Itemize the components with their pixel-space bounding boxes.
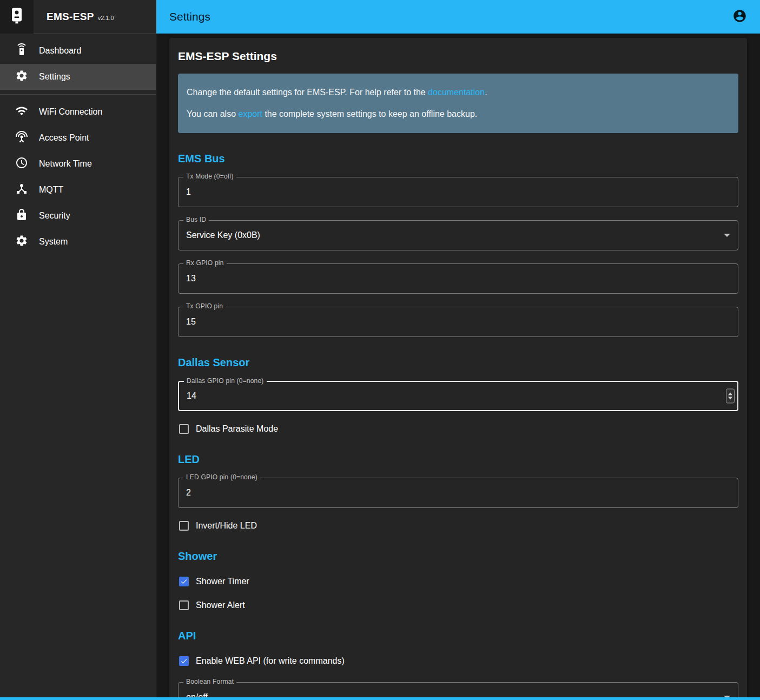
shower-alert-checkbox[interactable] xyxy=(179,600,189,610)
gear-icon xyxy=(15,234,28,249)
shower-timer-checkbox-row[interactable]: Shower Timer xyxy=(179,577,738,586)
sidebar-item-label: WiFi Connection xyxy=(39,107,102,117)
enable-web-api-checkbox-row[interactable]: Enable WEB API (for write commands) xyxy=(179,656,738,666)
sidebar-item-wifi-connection[interactable]: WiFi Connection xyxy=(0,99,156,125)
sidebar-item-label: Access Point xyxy=(39,133,89,143)
sidebar-item-network-time[interactable]: Network Time xyxy=(0,151,156,177)
account-circle-icon xyxy=(732,9,747,25)
app-name: EMS-ESP xyxy=(47,11,94,23)
bus-id-value[interactable]: Service Key (0x0B) xyxy=(179,230,738,240)
section-heading-api: API xyxy=(178,630,738,642)
shower-timer-label: Shower Timer xyxy=(196,577,249,586)
info-line-2: You can also export the complete system … xyxy=(187,108,730,121)
tx-gpio-input[interactable] xyxy=(179,307,738,336)
boolean-format-label: Boolean Format xyxy=(183,678,236,685)
enable-web-api-label: Enable WEB API (for write commands) xyxy=(196,656,345,666)
app-logo xyxy=(0,0,34,34)
rx-gpio-input[interactable] xyxy=(179,264,738,293)
sidebar-item-label: Network Time xyxy=(39,159,92,169)
remote-device-icon xyxy=(15,43,28,58)
sidebar-header: EMS-ESP v2.1.0 xyxy=(0,0,156,34)
lock-icon xyxy=(15,208,28,223)
sidebar-item-label: Security xyxy=(39,211,70,221)
dallas-gpio-field: Dallas GPIO pin (0=none) xyxy=(178,381,738,411)
sidebar-item-mqtt[interactable]: MQTT xyxy=(0,177,156,203)
dallas-gpio-label: Dallas GPIO pin (0=none) xyxy=(184,377,267,385)
tx-gpio-field: Tx GPIO pin xyxy=(178,307,738,337)
tx-mode-input[interactable] xyxy=(179,177,738,207)
sidebar-item-settings[interactable]: Settings xyxy=(0,64,156,90)
sidebar-item-dashboard[interactable]: Dashboard xyxy=(0,38,156,64)
wifi-icon xyxy=(15,104,28,120)
led-gpio-input[interactable] xyxy=(179,478,738,507)
shower-alert-label: Shower Alert xyxy=(196,600,245,610)
sidebar-item-label: Dashboard xyxy=(39,46,81,56)
shower-timer-checkbox[interactable] xyxy=(179,577,189,586)
chevron-down-icon xyxy=(724,234,730,237)
documentation-link[interactable]: documentation xyxy=(428,88,485,97)
main-area: Settings EMS-ESP Settings Change the def… xyxy=(156,0,760,700)
sidebar-divider xyxy=(0,94,156,95)
rx-gpio-label: Rx GPIO pin xyxy=(183,259,227,267)
clock-icon xyxy=(15,156,28,171)
page-title: Settings xyxy=(169,10,210,23)
appbar: Settings xyxy=(156,0,760,34)
info-box: Change the default settings for EMS-ESP.… xyxy=(178,74,738,133)
spinner-up-icon[interactable] xyxy=(728,393,732,395)
dallas-gpio-input[interactable] xyxy=(179,382,737,410)
dallas-parasite-checkbox[interactable] xyxy=(179,424,189,434)
section-heading-led: LED xyxy=(178,453,738,466)
sidebar-item-label: MQTT xyxy=(39,185,63,195)
section-heading-dallas-sensor: Dallas Sensor xyxy=(178,356,738,369)
sidebar-nav: Dashboard Settings WiFi Connection Acc xyxy=(0,34,156,255)
tx-mode-label: Tx Mode (0=off) xyxy=(183,173,236,180)
invert-led-checkbox-row[interactable]: Invert/Hide LED xyxy=(179,521,738,531)
settings-card: EMS-ESP Settings Change the default sett… xyxy=(169,38,747,700)
bottom-accent-strip xyxy=(0,697,760,700)
sidebar: EMS-ESP v2.1.0 Dashboard Settings xyxy=(0,0,156,700)
section-heading-ems-bus: EMS Bus xyxy=(178,153,738,165)
app-version: v2.1.0 xyxy=(98,12,114,21)
enable-web-api-checkbox[interactable] xyxy=(179,656,189,666)
spinner-down-icon[interactable] xyxy=(728,397,732,400)
invert-led-label: Invert/Hide LED xyxy=(196,521,257,531)
tx-mode-field: Tx Mode (0=off) xyxy=(178,177,738,207)
check-icon xyxy=(180,577,188,586)
bus-id-select[interactable]: Bus ID Service Key (0x0B) xyxy=(178,220,738,250)
tx-gpio-label: Tx GPIO pin xyxy=(183,302,226,310)
sidebar-item-label: Settings xyxy=(39,72,70,82)
app-root: EMS-ESP v2.1.0 Dashboard Settings xyxy=(0,0,760,700)
dallas-parasite-label: Dallas Parasite Mode xyxy=(196,424,278,434)
bus-id-label: Bus ID xyxy=(183,216,209,223)
rx-gpio-field: Rx GPIO pin xyxy=(178,263,738,294)
export-link[interactable]: export xyxy=(238,109,262,118)
number-spinner[interactable] xyxy=(726,389,735,404)
led-gpio-label: LED GPIO pin (0=none) xyxy=(183,473,260,481)
check-icon xyxy=(180,657,188,665)
antenna-icon xyxy=(15,130,28,146)
sidebar-item-system[interactable]: System xyxy=(0,229,156,255)
sidebar-item-access-point[interactable]: Access Point xyxy=(0,125,156,151)
dallas-parasite-checkbox-row[interactable]: Dallas Parasite Mode xyxy=(179,424,738,434)
led-gpio-field: LED GPIO pin (0=none) xyxy=(178,478,738,508)
info-line-1: Change the default settings for EMS-ESP.… xyxy=(187,86,730,99)
shower-alert-checkbox-row[interactable]: Shower Alert xyxy=(179,600,738,610)
account-button[interactable] xyxy=(732,9,747,24)
card-title: EMS-ESP Settings xyxy=(178,50,738,63)
device-hub-icon xyxy=(15,182,28,197)
section-heading-shower: Shower xyxy=(178,550,738,563)
app-logo-icon xyxy=(7,6,27,28)
gear-icon xyxy=(15,69,28,84)
invert-led-checkbox[interactable] xyxy=(179,521,189,531)
sidebar-item-label: System xyxy=(39,237,68,247)
content-area: EMS-ESP Settings Change the default sett… xyxy=(156,34,760,700)
sidebar-item-security[interactable]: Security xyxy=(0,203,156,229)
